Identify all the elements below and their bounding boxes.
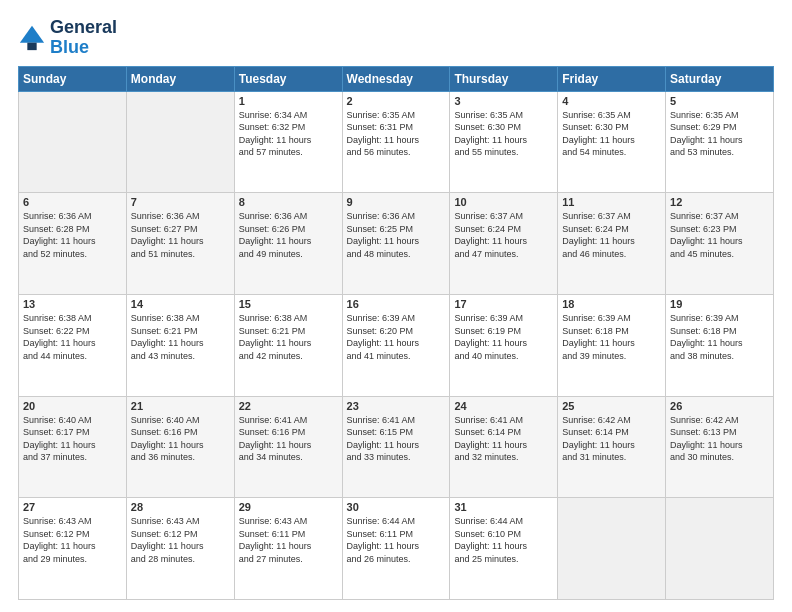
day-number: 4 <box>562 95 661 107</box>
calendar-cell: 8Sunrise: 6:36 AM Sunset: 6:26 PM Daylig… <box>234 193 342 295</box>
day-info: Sunrise: 6:36 AM Sunset: 6:26 PM Dayligh… <box>239 210 338 260</box>
day-info: Sunrise: 6:39 AM Sunset: 6:18 PM Dayligh… <box>562 312 661 362</box>
calendar-header-saturday: Saturday <box>666 66 774 91</box>
day-info: Sunrise: 6:41 AM Sunset: 6:15 PM Dayligh… <box>347 414 446 464</box>
calendar-cell: 2Sunrise: 6:35 AM Sunset: 6:31 PM Daylig… <box>342 91 450 193</box>
day-info: Sunrise: 6:44 AM Sunset: 6:11 PM Dayligh… <box>347 515 446 565</box>
calendar-cell: 18Sunrise: 6:39 AM Sunset: 6:18 PM Dayli… <box>558 294 666 396</box>
calendar-week-1: 1Sunrise: 6:34 AM Sunset: 6:32 PM Daylig… <box>19 91 774 193</box>
logo-icon <box>18 24 46 52</box>
day-number: 21 <box>131 400 230 412</box>
day-number: 9 <box>347 196 446 208</box>
day-number: 26 <box>670 400 769 412</box>
calendar-cell: 31Sunrise: 6:44 AM Sunset: 6:10 PM Dayli… <box>450 498 558 600</box>
logo: General Blue <box>18 18 117 58</box>
day-info: Sunrise: 6:38 AM Sunset: 6:21 PM Dayligh… <box>239 312 338 362</box>
calendar-cell: 27Sunrise: 6:43 AM Sunset: 6:12 PM Dayli… <box>19 498 127 600</box>
calendar-week-3: 13Sunrise: 6:38 AM Sunset: 6:22 PM Dayli… <box>19 294 774 396</box>
day-number: 25 <box>562 400 661 412</box>
day-info: Sunrise: 6:38 AM Sunset: 6:22 PM Dayligh… <box>23 312 122 362</box>
day-number: 3 <box>454 95 553 107</box>
day-info: Sunrise: 6:42 AM Sunset: 6:14 PM Dayligh… <box>562 414 661 464</box>
day-number: 12 <box>670 196 769 208</box>
calendar-cell: 26Sunrise: 6:42 AM Sunset: 6:13 PM Dayli… <box>666 396 774 498</box>
calendar-cell: 4Sunrise: 6:35 AM Sunset: 6:30 PM Daylig… <box>558 91 666 193</box>
calendar-cell: 23Sunrise: 6:41 AM Sunset: 6:15 PM Dayli… <box>342 396 450 498</box>
day-number: 1 <box>239 95 338 107</box>
calendar-header-sunday: Sunday <box>19 66 127 91</box>
calendar-cell: 15Sunrise: 6:38 AM Sunset: 6:21 PM Dayli… <box>234 294 342 396</box>
day-number: 5 <box>670 95 769 107</box>
calendar-header-thursday: Thursday <box>450 66 558 91</box>
day-info: Sunrise: 6:40 AM Sunset: 6:17 PM Dayligh… <box>23 414 122 464</box>
calendar-cell <box>666 498 774 600</box>
calendar-cell: 24Sunrise: 6:41 AM Sunset: 6:14 PM Dayli… <box>450 396 558 498</box>
calendar-cell <box>19 91 127 193</box>
calendar-cell: 13Sunrise: 6:38 AM Sunset: 6:22 PM Dayli… <box>19 294 127 396</box>
calendar-cell: 10Sunrise: 6:37 AM Sunset: 6:24 PM Dayli… <box>450 193 558 295</box>
calendar-header-wednesday: Wednesday <box>342 66 450 91</box>
day-info: Sunrise: 6:39 AM Sunset: 6:20 PM Dayligh… <box>347 312 446 362</box>
svg-marker-0 <box>20 26 44 43</box>
day-number: 13 <box>23 298 122 310</box>
day-info: Sunrise: 6:35 AM Sunset: 6:30 PM Dayligh… <box>562 109 661 159</box>
day-info: Sunrise: 6:39 AM Sunset: 6:19 PM Dayligh… <box>454 312 553 362</box>
day-info: Sunrise: 6:34 AM Sunset: 6:32 PM Dayligh… <box>239 109 338 159</box>
day-info: Sunrise: 6:37 AM Sunset: 6:23 PM Dayligh… <box>670 210 769 260</box>
day-info: Sunrise: 6:43 AM Sunset: 6:12 PM Dayligh… <box>131 515 230 565</box>
day-number: 28 <box>131 501 230 513</box>
day-info: Sunrise: 6:40 AM Sunset: 6:16 PM Dayligh… <box>131 414 230 464</box>
day-number: 17 <box>454 298 553 310</box>
day-info: Sunrise: 6:41 AM Sunset: 6:16 PM Dayligh… <box>239 414 338 464</box>
day-number: 30 <box>347 501 446 513</box>
day-number: 6 <box>23 196 122 208</box>
day-number: 11 <box>562 196 661 208</box>
day-number: 22 <box>239 400 338 412</box>
day-number: 23 <box>347 400 446 412</box>
calendar-cell: 9Sunrise: 6:36 AM Sunset: 6:25 PM Daylig… <box>342 193 450 295</box>
day-number: 7 <box>131 196 230 208</box>
calendar-cell: 30Sunrise: 6:44 AM Sunset: 6:11 PM Dayli… <box>342 498 450 600</box>
day-number: 10 <box>454 196 553 208</box>
calendar-cell: 3Sunrise: 6:35 AM Sunset: 6:30 PM Daylig… <box>450 91 558 193</box>
day-info: Sunrise: 6:44 AM Sunset: 6:10 PM Dayligh… <box>454 515 553 565</box>
day-number: 31 <box>454 501 553 513</box>
day-number: 20 <box>23 400 122 412</box>
day-number: 24 <box>454 400 553 412</box>
calendar-cell: 5Sunrise: 6:35 AM Sunset: 6:29 PM Daylig… <box>666 91 774 193</box>
calendar-cell: 12Sunrise: 6:37 AM Sunset: 6:23 PM Dayli… <box>666 193 774 295</box>
calendar-cell: 22Sunrise: 6:41 AM Sunset: 6:16 PM Dayli… <box>234 396 342 498</box>
day-number: 8 <box>239 196 338 208</box>
day-info: Sunrise: 6:41 AM Sunset: 6:14 PM Dayligh… <box>454 414 553 464</box>
calendar-cell: 21Sunrise: 6:40 AM Sunset: 6:16 PM Dayli… <box>126 396 234 498</box>
day-info: Sunrise: 6:37 AM Sunset: 6:24 PM Dayligh… <box>562 210 661 260</box>
calendar-cell: 11Sunrise: 6:37 AM Sunset: 6:24 PM Dayli… <box>558 193 666 295</box>
calendar-cell: 19Sunrise: 6:39 AM Sunset: 6:18 PM Dayli… <box>666 294 774 396</box>
calendar-cell: 1Sunrise: 6:34 AM Sunset: 6:32 PM Daylig… <box>234 91 342 193</box>
day-number: 29 <box>239 501 338 513</box>
day-number: 27 <box>23 501 122 513</box>
calendar-cell: 25Sunrise: 6:42 AM Sunset: 6:14 PM Dayli… <box>558 396 666 498</box>
day-number: 2 <box>347 95 446 107</box>
calendar-cell <box>558 498 666 600</box>
day-info: Sunrise: 6:42 AM Sunset: 6:13 PM Dayligh… <box>670 414 769 464</box>
page: General Blue SundayMondayTuesdayWednesda… <box>0 0 792 612</box>
calendar-header-row: SundayMondayTuesdayWednesdayThursdayFrid… <box>19 66 774 91</box>
day-info: Sunrise: 6:43 AM Sunset: 6:12 PM Dayligh… <box>23 515 122 565</box>
logo-name: General Blue <box>50 18 117 58</box>
day-info: Sunrise: 6:43 AM Sunset: 6:11 PM Dayligh… <box>239 515 338 565</box>
calendar-week-5: 27Sunrise: 6:43 AM Sunset: 6:12 PM Dayli… <box>19 498 774 600</box>
calendar-week-2: 6Sunrise: 6:36 AM Sunset: 6:28 PM Daylig… <box>19 193 774 295</box>
calendar-week-4: 20Sunrise: 6:40 AM Sunset: 6:17 PM Dayli… <box>19 396 774 498</box>
header: General Blue <box>18 18 774 58</box>
day-number: 15 <box>239 298 338 310</box>
calendar-table: SundayMondayTuesdayWednesdayThursdayFrid… <box>18 66 774 600</box>
svg-rect-1 <box>27 42 36 49</box>
calendar-cell: 16Sunrise: 6:39 AM Sunset: 6:20 PM Dayli… <box>342 294 450 396</box>
calendar-cell: 29Sunrise: 6:43 AM Sunset: 6:11 PM Dayli… <box>234 498 342 600</box>
day-info: Sunrise: 6:37 AM Sunset: 6:24 PM Dayligh… <box>454 210 553 260</box>
calendar-cell: 6Sunrise: 6:36 AM Sunset: 6:28 PM Daylig… <box>19 193 127 295</box>
day-info: Sunrise: 6:36 AM Sunset: 6:27 PM Dayligh… <box>131 210 230 260</box>
calendar-header-monday: Monday <box>126 66 234 91</box>
calendar-cell: 28Sunrise: 6:43 AM Sunset: 6:12 PM Dayli… <box>126 498 234 600</box>
